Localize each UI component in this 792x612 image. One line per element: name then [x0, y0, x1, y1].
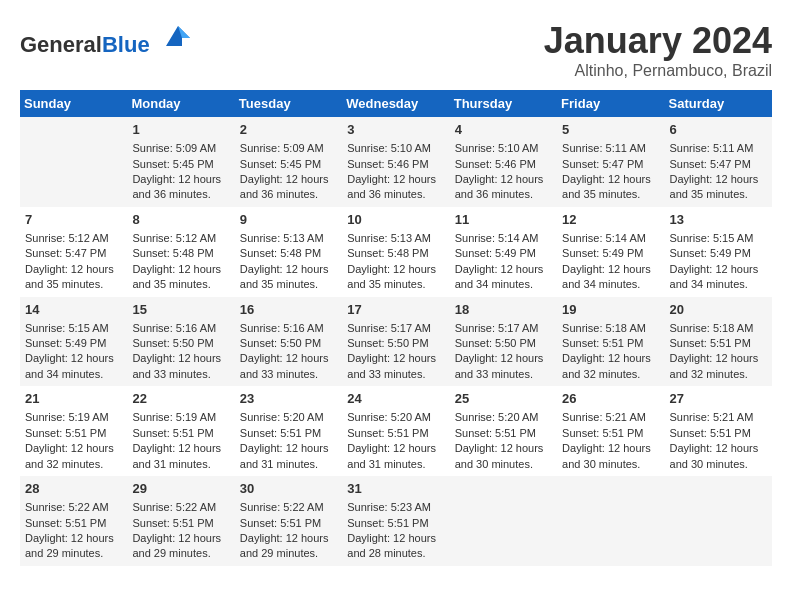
- day-info-line: Sunrise: 5:15 AM: [25, 321, 122, 336]
- day-info-line: Daylight: 12 hours: [455, 262, 552, 277]
- day-info-line: Sunrise: 5:16 AM: [132, 321, 229, 336]
- day-info-line: Sunrise: 5:22 AM: [240, 500, 337, 515]
- calendar-cell: 19Sunrise: 5:18 AMSunset: 5:51 PMDayligh…: [557, 297, 664, 387]
- day-info-line: Sunset: 5:51 PM: [240, 516, 337, 531]
- day-info-line: Sunrise: 5:19 AM: [132, 410, 229, 425]
- calendar-body: 1Sunrise: 5:09 AMSunset: 5:45 PMDaylight…: [20, 117, 772, 566]
- day-info-line: and 33 minutes.: [132, 367, 229, 382]
- day-info-line: Daylight: 12 hours: [132, 172, 229, 187]
- day-info-line: and 31 minutes.: [347, 457, 444, 472]
- day-info-line: and 36 minutes.: [240, 187, 337, 202]
- day-number: 10: [347, 211, 444, 229]
- day-number: 3: [347, 121, 444, 139]
- day-info-line: Sunrise: 5:18 AM: [562, 321, 659, 336]
- calendar-cell: 20Sunrise: 5:18 AMSunset: 5:51 PMDayligh…: [665, 297, 772, 387]
- day-info-line: Sunrise: 5:23 AM: [347, 500, 444, 515]
- day-info-line: and 34 minutes.: [670, 277, 767, 292]
- calendar-cell: 7Sunrise: 5:12 AMSunset: 5:47 PMDaylight…: [20, 207, 127, 297]
- day-info-line: Sunset: 5:51 PM: [562, 336, 659, 351]
- day-info-line: Daylight: 12 hours: [562, 441, 659, 456]
- header-friday: Friday: [557, 90, 664, 117]
- day-info-line: Sunset: 5:49 PM: [562, 246, 659, 261]
- calendar-header: SundayMondayTuesdayWednesdayThursdayFrid…: [20, 90, 772, 117]
- day-info-line: Sunset: 5:48 PM: [240, 246, 337, 261]
- day-info-line: and 29 minutes.: [25, 546, 122, 561]
- logo-icon: [158, 20, 190, 52]
- calendar-cell: [20, 117, 127, 207]
- week-row-3: 21Sunrise: 5:19 AMSunset: 5:51 PMDayligh…: [20, 386, 772, 476]
- calendar-cell: 5Sunrise: 5:11 AMSunset: 5:47 PMDaylight…: [557, 117, 664, 207]
- title-block: January 2024 Altinho, Pernambuco, Brazil: [544, 20, 772, 80]
- day-info-line: Sunset: 5:51 PM: [25, 516, 122, 531]
- day-info-line: and 34 minutes.: [25, 367, 122, 382]
- location: Altinho, Pernambuco, Brazil: [544, 62, 772, 80]
- calendar-cell: 3Sunrise: 5:10 AMSunset: 5:46 PMDaylight…: [342, 117, 449, 207]
- logo-text: GeneralBlue: [20, 20, 190, 57]
- day-info-line: Sunrise: 5:11 AM: [562, 141, 659, 156]
- day-info-line: and 32 minutes.: [25, 457, 122, 472]
- calendar-cell: [665, 476, 772, 566]
- day-info-line: Daylight: 12 hours: [240, 441, 337, 456]
- day-info-line: Daylight: 12 hours: [240, 351, 337, 366]
- calendar-cell: 28Sunrise: 5:22 AMSunset: 5:51 PMDayligh…: [20, 476, 127, 566]
- calendar-cell: 27Sunrise: 5:21 AMSunset: 5:51 PMDayligh…: [665, 386, 772, 476]
- day-number: 17: [347, 301, 444, 319]
- day-info-line: Sunrise: 5:12 AM: [132, 231, 229, 246]
- day-number: 9: [240, 211, 337, 229]
- day-number: 11: [455, 211, 552, 229]
- day-number: 22: [132, 390, 229, 408]
- day-number: 12: [562, 211, 659, 229]
- header-monday: Monday: [127, 90, 234, 117]
- day-info-line: Sunset: 5:50 PM: [132, 336, 229, 351]
- day-info-line: Sunrise: 5:22 AM: [132, 500, 229, 515]
- day-info-line: Sunset: 5:51 PM: [670, 336, 767, 351]
- day-number: 8: [132, 211, 229, 229]
- day-info-line: Sunrise: 5:09 AM: [240, 141, 337, 156]
- day-info-line: and 29 minutes.: [132, 546, 229, 561]
- day-number: 26: [562, 390, 659, 408]
- day-info-line: Daylight: 12 hours: [25, 262, 122, 277]
- day-info-line: and 35 minutes.: [670, 187, 767, 202]
- day-info-line: Daylight: 12 hours: [562, 172, 659, 187]
- day-info-line: Sunrise: 5:13 AM: [347, 231, 444, 246]
- day-info-line: Sunset: 5:51 PM: [670, 426, 767, 441]
- day-number: 2: [240, 121, 337, 139]
- day-info-line: and 35 minutes.: [562, 187, 659, 202]
- day-info-line: Sunrise: 5:10 AM: [347, 141, 444, 156]
- day-info-line: Sunset: 5:50 PM: [240, 336, 337, 351]
- day-info-line: and 36 minutes.: [132, 187, 229, 202]
- header-wednesday: Wednesday: [342, 90, 449, 117]
- day-number: 1: [132, 121, 229, 139]
- calendar-cell: 14Sunrise: 5:15 AMSunset: 5:49 PMDayligh…: [20, 297, 127, 387]
- calendar-cell: 17Sunrise: 5:17 AMSunset: 5:50 PMDayligh…: [342, 297, 449, 387]
- day-info-line: and 33 minutes.: [240, 367, 337, 382]
- day-info-line: Daylight: 12 hours: [455, 351, 552, 366]
- day-info-line: and 33 minutes.: [455, 367, 552, 382]
- day-info-line: Sunrise: 5:17 AM: [347, 321, 444, 336]
- logo: GeneralBlue: [20, 20, 190, 57]
- calendar-cell: 8Sunrise: 5:12 AMSunset: 5:48 PMDaylight…: [127, 207, 234, 297]
- calendar-cell: 2Sunrise: 5:09 AMSunset: 5:45 PMDaylight…: [235, 117, 342, 207]
- day-number: 27: [670, 390, 767, 408]
- day-info-line: Daylight: 12 hours: [670, 172, 767, 187]
- day-info-line: Sunset: 5:50 PM: [455, 336, 552, 351]
- day-info-line: Sunset: 5:51 PM: [347, 516, 444, 531]
- day-info-line: and 35 minutes.: [240, 277, 337, 292]
- day-info-line: and 35 minutes.: [25, 277, 122, 292]
- day-info-line: Daylight: 12 hours: [132, 351, 229, 366]
- day-number: 14: [25, 301, 122, 319]
- calendar-cell: 11Sunrise: 5:14 AMSunset: 5:49 PMDayligh…: [450, 207, 557, 297]
- day-info-line: Sunset: 5:49 PM: [670, 246, 767, 261]
- day-number: 6: [670, 121, 767, 139]
- day-info-line: Sunset: 5:45 PM: [132, 157, 229, 172]
- day-info-line: Sunset: 5:51 PM: [132, 516, 229, 531]
- day-info-line: and 36 minutes.: [455, 187, 552, 202]
- day-info-line: Sunset: 5:48 PM: [347, 246, 444, 261]
- calendar-cell: [450, 476, 557, 566]
- calendar-cell: 10Sunrise: 5:13 AMSunset: 5:48 PMDayligh…: [342, 207, 449, 297]
- day-info-line: Sunset: 5:45 PM: [240, 157, 337, 172]
- day-info-line: Sunset: 5:51 PM: [240, 426, 337, 441]
- calendar-cell: 12Sunrise: 5:14 AMSunset: 5:49 PMDayligh…: [557, 207, 664, 297]
- header-thursday: Thursday: [450, 90, 557, 117]
- day-info-line: Sunrise: 5:20 AM: [347, 410, 444, 425]
